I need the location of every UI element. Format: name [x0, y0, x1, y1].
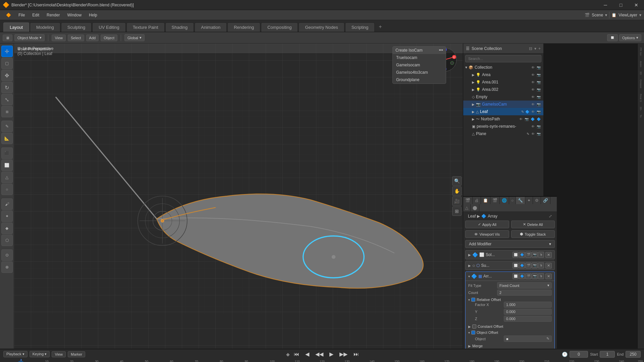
viewport-options-button[interactable]: Options ▾	[619, 34, 641, 41]
relative-offset-checkbox[interactable]	[471, 298, 475, 302]
isocam-panel-header[interactable]: Create IsoCam •••	[393, 47, 446, 54]
props-tab-render[interactable]: 🎬	[463, 197, 473, 204]
isocam-true-button[interactable]: TrueIsocam	[393, 54, 446, 61]
array-remove-btn[interactable]: ✕	[545, 274, 552, 279]
factor-y-field[interactable]: 0.000	[504, 309, 552, 315]
menu-edit[interactable]: Edit	[29, 11, 43, 19]
ortho-view-tool[interactable]: ⊞	[452, 206, 462, 216]
outliner-search-input[interactable]	[465, 55, 541, 62]
menu-blender[interactable]: 🔶	[3, 11, 14, 19]
isocam-game-button[interactable]: GameIsocam	[393, 61, 446, 69]
outliner-options-icon[interactable]: ▾	[534, 46, 536, 51]
fit-type-value[interactable]: Fixed Count ▾	[497, 282, 552, 289]
editor-type-button[interactable]: 🖥	[3, 35, 12, 41]
transform-tool[interactable]: ⊞	[1, 106, 13, 117]
add-tool-3[interactable]: △	[1, 172, 13, 183]
transform-global-button[interactable]: Global ▾	[124, 34, 145, 41]
add-cube-tool[interactable]: ⬛	[1, 147, 13, 159]
props-tab-data[interactable]: △	[463, 204, 471, 212]
rstrip-anim[interactable]: Anim	[638, 59, 644, 69]
grease-pencil-tool-1[interactable]: ⊙	[1, 249, 13, 261]
subsurf-vis-icon-3[interactable]: 🎬	[525, 262, 531, 268]
outliner-row-nurbspath[interactable]: ▶ 〜 NurbsPath 👁 📷 🔷 🔷	[463, 115, 543, 123]
object-field[interactable]: ■ ✎	[504, 336, 552, 342]
reverse-play-button[interactable]: ◀◀	[313, 350, 325, 358]
start-frame-field[interactable]: 1	[600, 351, 615, 358]
factor-x-field[interactable]: 1.000	[504, 302, 552, 308]
jump-to-end-button[interactable]: ⏭	[352, 351, 361, 358]
tab-rendering[interactable]: Rendering	[227, 22, 260, 32]
measure-tool[interactable]: 📐	[1, 133, 13, 144]
isocam-game4to3-button[interactable]: GameIso4to3cam	[393, 69, 446, 76]
tab-uv-editing[interactable]: UV Editing	[92, 22, 125, 32]
menu-help[interactable]: Help	[86, 11, 101, 19]
area-render-btn[interactable]: 📷	[536, 73, 541, 77]
subsurf-vis-icon-1[interactable]: ⬜	[513, 262, 519, 268]
add-cylinder-tool[interactable]: ⬜	[1, 160, 13, 171]
menu-render[interactable]: Render	[43, 11, 63, 19]
maximize-button[interactable]: □	[613, 0, 629, 10]
rotate-tool[interactable]: ↻	[1, 82, 13, 93]
outliner-row-pexels[interactable]: ▣ pexels-syrix-remanes- 👁 📷	[463, 123, 543, 130]
relative-offset-header[interactable]: ▾ Relative Offset	[468, 298, 552, 302]
merge-header[interactable]: ▶ Merge	[468, 343, 552, 349]
close-button[interactable]: ✕	[629, 0, 644, 10]
tab-scripting[interactable]: Scripting	[345, 22, 375, 32]
rstrip-3d[interactable]: 3D	[638, 70, 644, 76]
select-tool[interactable]: ▢	[1, 58, 13, 69]
outliner-row-collection[interactable]: ▾ 📦 Collection 👁 📷	[463, 64, 543, 71]
subsurf-vis-icon-4[interactable]: 📷	[532, 262, 538, 268]
array-vis-icon-2[interactable]: 🔷	[519, 273, 525, 279]
props-tab-output[interactable]: 🖨	[473, 197, 481, 204]
play-button[interactable]: ▶	[327, 350, 335, 358]
outliner-row-empty[interactable]: ◇ Empty 👁 📷	[463, 93, 543, 101]
gameisocam-render-btn[interactable]: 📷	[536, 102, 541, 107]
tab-layout[interactable]: Layout	[3, 22, 29, 32]
solidify-remove-btn[interactable]: ✕	[545, 252, 552, 258]
subsurf-vis-icon-2[interactable]: 🔷	[519, 262, 525, 268]
zoom-tool[interactable]: 🔍	[452, 176, 462, 186]
solidify-vis-icon-3[interactable]: 🎬	[525, 252, 531, 258]
modifier-solidify-header[interactable]: ▶ 🔷 ⬜ Sol... ⬜ 🔷 🎬 📷 🖱 ✕	[466, 250, 554, 259]
rstrip-pr-iso[interactable]: PR Iso	[638, 45, 644, 58]
area-vis-btn[interactable]: 👁	[531, 73, 535, 77]
tab-animation[interactable]: Animation	[195, 22, 227, 32]
object-edit-icon[interactable]: ✎	[546, 337, 549, 341]
outliner-row-gameisocam[interactable]: ▶ 📷 GameIsoCam 👁 📷	[463, 101, 543, 108]
props-tab-modifiers[interactable]: 🔧	[516, 197, 525, 204]
weight-paint-tool[interactable]: ⬡	[1, 235, 13, 246]
object-offset-header[interactable]: ▾ Object Offset	[468, 329, 552, 336]
pexels-vis-btn[interactable]: 👁	[531, 124, 535, 129]
nurbspath-extra-btn[interactable]: 🔷	[536, 117, 541, 121]
next-frame-button[interactable]: ▶▶	[337, 350, 350, 358]
solidify-vis-icon-4[interactable]: 📷	[532, 252, 538, 258]
grease-pencil-tool-2[interactable]: ⊗	[1, 261, 13, 273]
array-vis-icon-4[interactable]: 📷	[532, 273, 538, 279]
outliner-add-icon[interactable]: +	[538, 46, 541, 51]
plane-vis-btn[interactable]: 👁	[531, 132, 535, 136]
menu-window[interactable]: Window	[64, 11, 85, 19]
apply-all-button[interactable]: ✓ Apply All	[465, 221, 509, 228]
breadcrumb-expand-icon[interactable]: ⤢	[549, 214, 552, 219]
marker-menu-button[interactable]: Marker	[68, 351, 85, 357]
object-offset-checkbox[interactable]	[471, 330, 475, 335]
area001-vis-btn[interactable]: 👁	[531, 80, 535, 84]
scene-dropdown-icon[interactable]: ▾	[605, 13, 607, 17]
solidify-vis-icon-5[interactable]: 🖱	[538, 252, 544, 258]
isocam-groundplane-button[interactable]: Groundplane	[393, 76, 446, 83]
rstrip-real-s[interactable]: Real S	[638, 91, 644, 105]
modifier-subsurf-header[interactable]: ▶ ○ ⬡ Su... ⬜ 🔷 🎬 📷 🖱 ✕	[466, 261, 554, 270]
end-frame-field[interactable]: 250	[626, 351, 641, 358]
nurbspath-vis-btn[interactable]: 👁	[519, 117, 523, 121]
array-vis-icon-5[interactable]: 🖱	[538, 273, 544, 279]
pexels-render-btn[interactable]: 📷	[536, 124, 541, 129]
viewport-vis-button[interactable]: 👁 Viewport Vis	[465, 230, 509, 238]
props-tab-physics[interactable]: ⚙	[533, 197, 541, 204]
minimize-button[interactable]: ─	[598, 0, 613, 10]
prev-frame-button[interactable]: ◀	[303, 350, 311, 358]
keying-menu-button[interactable]: Keying ▾	[30, 351, 50, 357]
props-tab-particles[interactable]: ✦	[525, 197, 533, 204]
add-tool-4[interactable]: ○	[1, 184, 13, 195]
scale-tool[interactable]: ⤡	[1, 94, 13, 105]
sculpt-tool[interactable]: ✦	[1, 210, 13, 222]
